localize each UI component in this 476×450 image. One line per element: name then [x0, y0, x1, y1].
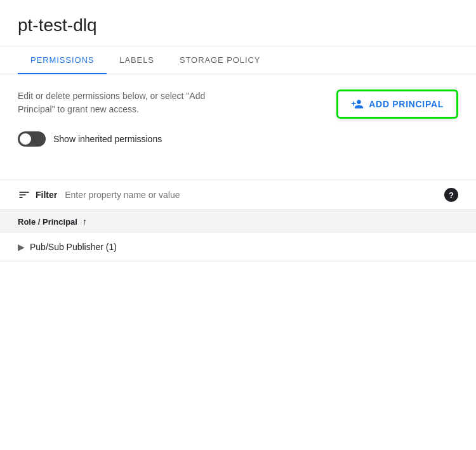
- add-person-icon: [351, 98, 364, 110]
- inherited-permissions-toggle[interactable]: [18, 131, 46, 147]
- add-principal-button[interactable]: ADD PRINCIPAL: [336, 89, 458, 119]
- filter-icon: [18, 189, 30, 201]
- toggle-label: Show inherited permissions: [53, 134, 162, 144]
- table-row[interactable]: ▶ Pub/Sub Publisher (1): [0, 233, 476, 261]
- sort-arrow-icon[interactable]: ↑: [83, 216, 87, 227]
- filter-bar: Filter ?: [0, 180, 476, 210]
- filter-label: Filter: [36, 190, 57, 200]
- tabs-bar: PERMISSIONS LABELS STORAGE POLICY: [0, 46, 476, 74]
- table-header: Role / Principal ↑: [0, 210, 476, 233]
- toggle-row: Show inherited permissions: [18, 131, 458, 147]
- tab-labels[interactable]: LABELS: [107, 46, 167, 74]
- permissions-header: Edit or delete permissions below, or sel…: [18, 89, 458, 119]
- permissions-content: Edit or delete permissions below, or sel…: [0, 74, 476, 180]
- row-expand-icon: ▶: [18, 242, 25, 252]
- permissions-description: Edit or delete permissions below, or sel…: [18, 89, 234, 116]
- help-icon[interactable]: ?: [444, 188, 458, 202]
- tab-permissions[interactable]: PERMISSIONS: [18, 46, 107, 74]
- toggle-slider: [18, 131, 46, 147]
- tab-storage-policy[interactable]: STORAGE POLICY: [167, 46, 273, 74]
- filter-input[interactable]: [65, 190, 439, 200]
- row-label-pubsub-publisher: Pub/Sub Publisher (1): [30, 242, 117, 252]
- column-role-principal: Role / Principal: [18, 217, 77, 227]
- page-title: pt-test-dlq: [0, 0, 476, 46]
- add-principal-label: ADD PRINCIPAL: [369, 99, 444, 109]
